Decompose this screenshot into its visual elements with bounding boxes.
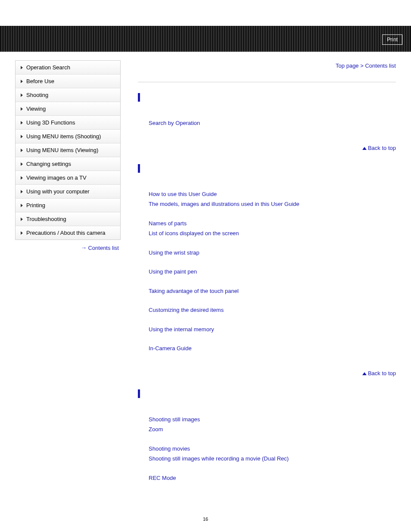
link-zoom[interactable]: Zoom	[149, 425, 396, 434]
chevron-right-icon	[21, 176, 23, 180]
arrow-right-icon: →	[81, 244, 87, 251]
print-button[interactable]: Print	[382, 34, 402, 45]
page-number: 16	[0, 512, 411, 526]
chevron-right-icon	[21, 149, 23, 152]
back-to-top-container: Back to top	[138, 370, 396, 376]
chevron-right-icon	[21, 80, 23, 83]
section-marker-icon	[138, 164, 140, 173]
link-models-images[interactable]: The models, images and illustrations use…	[149, 200, 396, 208]
contents-list-link[interactable]: Contents list	[88, 245, 119, 251]
section-marker-icon	[138, 389, 140, 398]
sidebar-item-computer[interactable]: Using with your computer	[16, 185, 120, 199]
link-names-of-parts[interactable]: Names of parts	[149, 219, 396, 228]
sidebar-item-precautions[interactable]: Precautions / About this camera	[16, 226, 120, 240]
link-list-of-icons[interactable]: List of icons displayed on the screen	[149, 229, 396, 238]
chevron-right-icon	[21, 107, 23, 111]
chevron-right-icon	[21, 121, 23, 124]
sidebar-item-label: Printing	[26, 202, 45, 208]
sidebar-item-label: Using MENU items (Viewing)	[26, 147, 98, 153]
sidebar-item-label: Using 3D Functions	[26, 119, 75, 126]
link-paint-pen[interactable]: Using the paint pen	[149, 268, 396, 276]
sidebar-item-label: Before Use	[26, 78, 54, 84]
breadcrumb-separator: >	[360, 62, 364, 69]
divider	[138, 82, 396, 82]
breadcrumb-contents-list[interactable]: Contents list	[365, 62, 396, 69]
sidebar-item-shooting[interactable]: Shooting	[16, 88, 120, 102]
sidebar-item-label: Operation Search	[26, 64, 70, 71]
chevron-right-icon	[21, 93, 23, 97]
sidebar-item-viewing[interactable]: Viewing	[16, 102, 120, 116]
chevron-right-icon	[21, 162, 23, 166]
header-bar: Print	[0, 26, 411, 52]
link-how-to-use[interactable]: How to use this User Guide	[149, 190, 396, 199]
chevron-right-icon	[21, 204, 23, 207]
link-rec-mode[interactable]: REC Mode	[149, 474, 396, 482]
link-shooting-still[interactable]: Shooting still images	[149, 415, 396, 424]
link-wrist-strap[interactable]: Using the wrist strap	[149, 249, 396, 257]
chevron-right-icon	[21, 231, 23, 235]
sidebar-item-label: Changing settings	[26, 161, 71, 167]
sidebar-item-troubleshooting[interactable]: Troubleshooting	[16, 212, 120, 226]
up-triangle-icon	[362, 147, 367, 150]
breadcrumb-top-page[interactable]: Top page	[336, 62, 359, 69]
sidebar-item-label: Using with your computer	[26, 188, 90, 195]
sidebar-item-before-use[interactable]: Before Use	[16, 75, 120, 88]
chevron-right-icon	[21, 66, 23, 69]
back-to-top-container: Back to top	[138, 145, 396, 151]
sidebar-item-label: Viewing	[26, 106, 46, 112]
sidebar-item-label: Using MENU items (Shooting)	[26, 133, 101, 140]
chevron-right-icon	[21, 218, 23, 221]
link-touch-panel[interactable]: Taking advantage of the touch panel	[149, 287, 396, 296]
sidebar-item-menu-viewing[interactable]: Using MENU items (Viewing)	[16, 143, 120, 157]
link-shooting-movies[interactable]: Shooting movies	[149, 445, 396, 453]
breadcrumb: Top page > Contents list	[138, 60, 396, 69]
link-internal-memory[interactable]: Using the internal memory	[149, 325, 396, 334]
back-to-top-link[interactable]: Back to top	[368, 370, 396, 376]
sidebar-list: Operation Search Before Use Shooting Vie…	[15, 60, 121, 240]
chevron-right-icon	[21, 135, 23, 138]
sidebar-item-viewing-tv[interactable]: Viewing images on a TV	[16, 171, 120, 185]
chevron-right-icon	[21, 190, 23, 193]
link-in-camera-guide[interactable]: In-Camera Guide	[149, 344, 396, 353]
sidebar-item-menu-shooting[interactable]: Using MENU items (Shooting)	[16, 130, 120, 143]
back-to-top-link[interactable]: Back to top	[368, 145, 396, 151]
link-customizing[interactable]: Customizing the desired items	[149, 306, 396, 314]
sidebar-item-operation-search[interactable]: Operation Search	[16, 61, 120, 75]
up-triangle-icon	[362, 372, 367, 375]
sidebar: Operation Search Before Use Shooting Vie…	[15, 60, 121, 499]
sidebar-item-3d-functions[interactable]: Using 3D Functions	[16, 116, 120, 130]
section-marker-icon	[138, 93, 140, 102]
sidebar-item-printing[interactable]: Printing	[16, 199, 120, 212]
sidebar-item-label: Precautions / About this camera	[26, 230, 106, 236]
sidebar-item-label: Viewing images on a TV	[26, 174, 87, 181]
sidebar-item-label: Troubleshooting	[26, 216, 66, 222]
contents-list-container: →Contents list	[15, 240, 121, 251]
sidebar-item-label: Shooting	[26, 92, 48, 98]
link-search-by-operation[interactable]: Search by Operation	[149, 119, 396, 128]
link-dual-rec[interactable]: Shooting still images while recording a …	[149, 454, 396, 463]
sidebar-item-changing-settings[interactable]: Changing settings	[16, 157, 120, 171]
main-content: Top page > Contents list Search by Opera…	[134, 60, 396, 499]
